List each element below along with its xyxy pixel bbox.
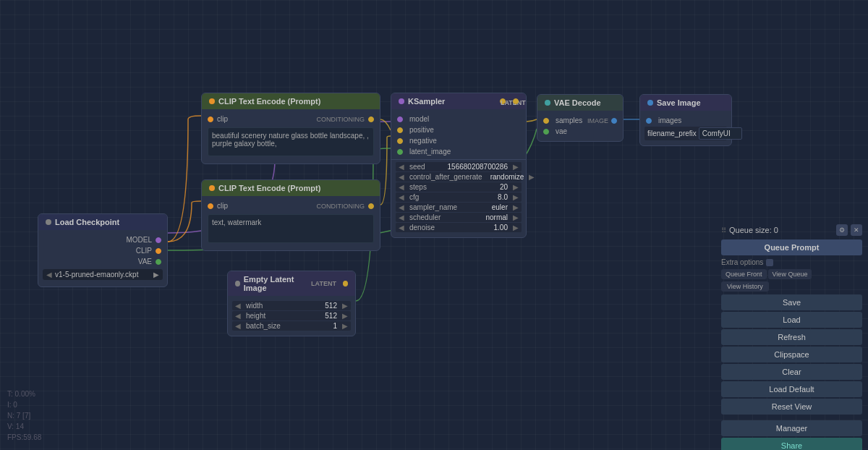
empty-latent-height-row[interactable]: ◀ height 512 ▶ — [232, 311, 351, 320]
empty-latent-width-row[interactable]: ◀ width 512 ▶ — [232, 301, 351, 310]
vae-decode-node: VAE Decode samples IMAGE vae — [537, 94, 624, 142]
ksampler-steps-arrow-right[interactable]: ▶ — [513, 183, 519, 191]
load-checkpoint-model-row: MODEL — [38, 234, 167, 245]
load-checkpoint-ckpt-value: v1-5-pruned-emaonly.ckpt — [55, 271, 150, 279]
empty-latent-width-arrow-right[interactable]: ▶ — [342, 302, 348, 310]
drag-handle-icon[interactable]: ⠿ — [721, 226, 726, 234]
empty-latent-output-connector[interactable] — [343, 281, 348, 286]
ksampler-steps-row[interactable]: ◀ steps 20 ▶ — [396, 182, 522, 192]
ksampler-steps-arrow-left[interactable]: ◀ — [399, 183, 404, 191]
ksampler-seed-arrow-right[interactable]: ▶ — [513, 163, 519, 171]
save-image-images-label: images — [655, 116, 681, 124]
ksampler-latent-image-connector[interactable] — [397, 149, 403, 155]
share-button[interactable]: Share — [721, 438, 862, 450]
ksampler-positive-label: positive — [407, 126, 434, 134]
ksampler-control-row[interactable]: ◀ control_after_generate randomize ▶ — [396, 172, 522, 182]
ksampler-positive-connector[interactable] — [397, 127, 403, 133]
ksampler-control-arrow-right[interactable]: ▶ — [529, 173, 535, 181]
clip-node-1-text[interactable]: beautiful scenery nature glass bottle la… — [208, 127, 374, 156]
empty-latent-height-label: height — [243, 312, 320, 320]
queue-size-header: ⠿ Queue size: 0 ⚙ ✕ — [721, 224, 862, 236]
ksampler-seed-value: 156680208700286 — [445, 163, 511, 171]
clipspace-button[interactable]: Clipspace — [721, 347, 862, 362]
ksampler-seed-row[interactable]: ◀ seed 156680208700286 ▶ — [396, 162, 522, 171]
ksampler-denoise-arrow-left[interactable]: ◀ — [399, 224, 404, 232]
load-default-button[interactable]: Load Default — [721, 381, 862, 397]
ksampler-cfg-arrow-right[interactable]: ▶ — [513, 193, 519, 201]
load-checkpoint-body: MODEL CLIP VAE ◀ v1-5-pruned-emaonly.ckp… — [38, 230, 167, 286]
load-checkpoint-clip-connector[interactable] — [156, 248, 161, 254]
empty-latent-batch-arrow-right[interactable]: ▶ — [342, 322, 348, 330]
save-image-images-connector[interactable] — [646, 118, 652, 124]
vae-decode-image-connector[interactable] — [611, 118, 617, 124]
clip-node-1-clip-connector[interactable] — [208, 116, 213, 122]
ksampler-model-connector[interactable] — [397, 116, 403, 122]
ksampler-cfg-row[interactable]: ◀ cfg 8.0 ▶ — [396, 192, 522, 202]
empty-latent-height-arrow-right[interactable]: ▶ — [342, 312, 348, 320]
tab-view-queue[interactable]: View Queue — [768, 269, 812, 279]
ksampler-sampler-arrow-left[interactable]: ◀ — [399, 203, 404, 211]
load-button[interactable]: Load — [721, 312, 862, 328]
empty-latent-height-arrow-left[interactable]: ◀ — [235, 312, 241, 320]
save-image-filename-row: filename_prefix — [644, 127, 727, 140]
load-checkpoint-header: Load Checkpoint — [38, 214, 167, 230]
ksampler-negative-row: negative — [391, 135, 526, 146]
save-image-filename-label: filename_prefix — [647, 130, 697, 137]
stat-v: V: 14 — [7, 421, 41, 432]
empty-latent-batch-label: batch_size — [243, 322, 328, 330]
extra-options-row: Extra options — [721, 258, 862, 266]
save-button[interactable]: Save — [721, 294, 862, 310]
clip-node-2-text[interactable]: text, watermark — [208, 214, 374, 243]
ksampler-sampler-arrow-right[interactable]: ▶ — [513, 203, 519, 211]
clip-node-2-clip-connector[interactable] — [208, 203, 213, 209]
clip-node-2-body: clip CONDITIONING text, watermark — [202, 196, 380, 250]
clip-node-1-body: clip CONDITIONING beautiful scenery natu… — [202, 109, 380, 164]
vae-decode-vae-connector[interactable] — [543, 129, 549, 135]
load-checkpoint-model-connector[interactable] — [156, 237, 161, 243]
ksampler-latent-image-row: latent_image — [391, 146, 526, 157]
vae-decode-samples-connector[interactable] — [543, 118, 549, 124]
tab-queue-front[interactable]: Queue Front — [721, 269, 767, 279]
clip-node-1-dot — [209, 98, 215, 104]
empty-latent-width-arrow-left[interactable]: ◀ — [235, 302, 241, 310]
load-checkpoint-ckpt-arrow-left[interactable]: ◀ — [46, 271, 52, 279]
load-checkpoint-vae-row: VAE — [38, 256, 167, 267]
ksampler-denoise-row[interactable]: ◀ denoise 1.00 ▶ — [396, 223, 522, 232]
clip-node-2-header: CLIP Text Encode (Prompt) — [202, 180, 380, 196]
refresh-button[interactable]: Refresh — [721, 329, 862, 345]
ksampler-scheduler-arrow-right[interactable]: ▶ — [513, 213, 519, 221]
extra-options-label: Extra options — [721, 258, 763, 266]
close-icon[interactable]: ✕ — [851, 224, 862, 236]
ksampler-latent-output[interactable]: LATENT — [500, 98, 506, 104]
load-checkpoint-vae-connector[interactable] — [156, 259, 161, 265]
reset-view-button[interactable]: Reset View — [721, 399, 862, 415]
save-image-node: Save Image images filename_prefix — [639, 94, 732, 146]
empty-latent-batch-arrow-left[interactable]: ◀ — [235, 322, 241, 330]
clip-node-1-output-label: CONDITIONING — [317, 116, 365, 123]
clip-node-2-output-connector[interactable] — [368, 203, 374, 209]
ksampler-scheduler-row[interactable]: ◀ scheduler normal ▶ — [396, 213, 522, 222]
empty-latent-width-label: width — [243, 302, 320, 310]
extra-options-checkbox[interactable] — [766, 259, 773, 266]
ksampler-seed-arrow-left[interactable]: ◀ — [399, 163, 404, 171]
ksampler-denoise-arrow-right[interactable]: ▶ — [513, 224, 519, 232]
clear-button[interactable]: Clear — [721, 364, 862, 380]
load-checkpoint-model-label: MODEL — [126, 236, 152, 244]
ksampler-control-arrow-left[interactable]: ◀ — [399, 173, 404, 181]
ksampler-sampler-row[interactable]: ◀ sampler_name euler ▶ — [396, 203, 522, 212]
load-checkpoint-ckpt-arrow-right[interactable]: ▶ — [153, 271, 159, 279]
load-checkpoint-ckpt-row[interactable]: ◀ v1-5-pruned-emaonly.ckpt ▶ — [43, 269, 163, 280]
ksampler-negative-connector[interactable] — [397, 138, 403, 144]
empty-latent-batch-row[interactable]: ◀ batch_size 1 ▶ — [232, 321, 351, 331]
ksampler-latent-connector[interactable] — [513, 98, 519, 104]
tab-view-history[interactable]: View History — [721, 281, 769, 292]
manager-button[interactable]: Manager — [721, 420, 862, 436]
queue-prompt-button[interactable]: Queue Prompt — [721, 239, 862, 255]
save-image-body: images filename_prefix — [640, 111, 731, 145]
clip-node-1-output-connector[interactable] — [368, 116, 374, 122]
save-image-filename-input[interactable] — [699, 127, 742, 140]
save-image-dot — [647, 100, 653, 106]
settings-icon[interactable]: ⚙ — [836, 224, 848, 236]
ksampler-scheduler-arrow-left[interactable]: ◀ — [399, 213, 404, 221]
ksampler-cfg-arrow-left[interactable]: ◀ — [399, 193, 404, 201]
